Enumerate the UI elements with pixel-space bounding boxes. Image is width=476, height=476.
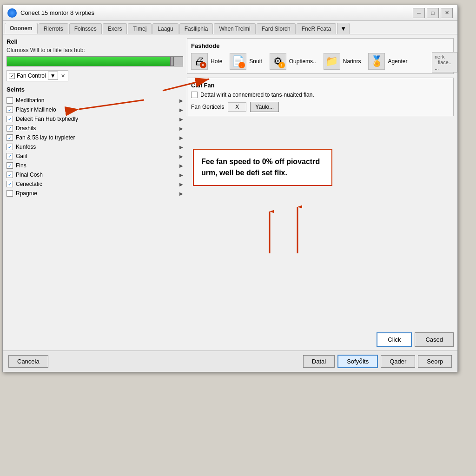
left-panel: Rell Clurnoss Will to or liife fars hub:… (7, 38, 183, 347)
window-title: Conect 15 montor 8 virpties (20, 9, 94, 16)
call-fan-checkbox-row: Dettal wirit a connembred to tans-nuaite… (191, 92, 450, 98)
call-fan-title: Call Fan (191, 82, 450, 89)
click-button[interactable]: Click (377, 332, 412, 347)
maximize-button[interactable]: □ (427, 8, 439, 18)
fashdode-section: Fashdode 🖨 ✕ Hote 📄 ↓ (187, 38, 454, 74)
fashdode-icons: 🖨 ✕ Hote 📄 ↓ Snuit (191, 53, 450, 70)
tab-faslliphia[interactable]: Faslliphia (179, 23, 213, 34)
checkbox-label: Playsir Maliinelo (16, 106, 56, 113)
fashdode-label: Hote (211, 58, 222, 65)
list-item: ✓ Playsir Maliinelo ▶ (7, 105, 183, 114)
rell-subtitle: Clurnoss Will to or liife fars hub: (7, 47, 183, 53)
checkbox-label: Kunfoss (16, 144, 36, 150)
arrow-right-icon: ▶ (179, 163, 183, 168)
printer-icon-box: 🖨 ✕ (191, 53, 208, 70)
fashdode-label: Agenter (388, 58, 407, 65)
fan-gerticels-label: Fan Gerticels (191, 104, 224, 110)
seints-title: Seints (7, 86, 183, 93)
list-item: ✓ Fins ▶ (7, 161, 183, 170)
tab-more-button[interactable]: ▼ (337, 23, 350, 34)
list-item: ✓ Delecit Fan Hub txphedly ▶ (7, 114, 183, 124)
agent-icon-box: 🏅 (368, 53, 385, 70)
checkbox-gaiil[interactable]: ✓ (7, 153, 13, 159)
checkbox-label: Fins (16, 162, 26, 169)
list-item: ✓ Pinal Cosh ▶ (7, 170, 183, 179)
checkbox-fins[interactable]: ✓ (7, 162, 13, 169)
call-fan-checkbox[interactable] (191, 92, 198, 98)
tooltip-box: Fee fan speed to 0% off piovactrd urm, w… (193, 149, 332, 186)
checkbox-delecit[interactable]: ✓ (7, 116, 13, 122)
tab-bar: Ooonem Rierrots Folnsses Exers Timej Laa… (3, 21, 457, 34)
tab-exers[interactable]: Exers (103, 23, 127, 34)
arrow-right-icon: ▶ (179, 154, 183, 159)
folder-icon: 📁 (325, 55, 338, 67)
tab-fner-feata[interactable]: FneR Feata (297, 23, 336, 34)
document-icon-box: 📄 ↓ (230, 53, 246, 70)
fashdode-item-agenter[interactable]: 🏅 Agenter (368, 53, 407, 70)
qader-button[interactable]: Qader (381, 355, 415, 368)
checkbox-playsir[interactable]: ✓ (7, 106, 13, 113)
sofyits-button[interactable]: Sofyϑits (337, 355, 378, 368)
list-item: Rpagrue ▶ (7, 189, 183, 198)
yaulo-button[interactable]: Yaulo... (250, 102, 279, 112)
fan-control-checkbox[interactable]: ✓ (9, 73, 15, 79)
fan-gerticels-input[interactable] (228, 102, 246, 112)
checkbox-rpagrue[interactable] (7, 190, 13, 197)
list-item: ✓ Gaiil ▶ (7, 152, 183, 161)
fan-control-label: Fan Control (17, 73, 46, 79)
fan-control-close[interactable]: ✕ (60, 73, 66, 79)
checkbox-label: Cenectafic (16, 181, 42, 187)
arrow-right-icon: ▶ (179, 145, 183, 150)
content-area: Rell Clurnoss Will to or liife fars hub:… (3, 34, 457, 350)
checkbox-drashils[interactable]: ✓ (7, 125, 13, 132)
settings-icon-box: ⚙ ! (270, 53, 286, 70)
main-dialog: Conect 15 montor 8 virpties ─ □ ✕ Ooonem… (2, 5, 458, 372)
checkbox-kunfoss[interactable]: ✓ (7, 144, 13, 150)
checkbox-label: Mediibation (16, 97, 44, 104)
arrow-right-icon: ▶ (179, 98, 183, 103)
fashdode-title: Fashdode (191, 42, 450, 49)
checkbox-label: Fan & 5$ lay to trypleter (16, 134, 75, 141)
ouptiems-badge: ! (278, 62, 285, 68)
tab-when-treimi[interactable]: When Treimi (214, 23, 255, 34)
arrow-right-icon: ▶ (179, 117, 183, 122)
arrow-right-icon: ▶ (179, 126, 183, 131)
checkbox-mediibation[interactable] (7, 97, 13, 104)
checkbox-cenectafic[interactable]: ✓ (7, 181, 13, 187)
fashdode-item-snuit[interactable]: 📄 ↓ Snuit (230, 53, 262, 70)
minimize-button[interactable]: ─ (413, 8, 425, 18)
arrow-right-icon: ▶ (179, 107, 183, 112)
tab-ooonem[interactable]: Ooonem (5, 23, 38, 34)
fashdode-item-narinrs[interactable]: 📁 Narinrs (324, 53, 361, 70)
list-item: ✓ Kunfoss ▶ (7, 142, 183, 152)
list-item: ✓ Fan & 5$ lay to trypleter ▶ (7, 133, 183, 142)
tab-laagu[interactable]: Laagu (152, 23, 178, 34)
cased-button[interactable]: Cased (415, 332, 454, 347)
tab-timej[interactable]: Timej (128, 23, 152, 34)
fan-control-dropdown[interactable]: ▼ (48, 72, 58, 80)
checkbox-pinal[interactable]: ✓ (7, 172, 13, 178)
seorp-button[interactable]: Seorp (418, 355, 452, 368)
fashdode-label: Snuit (249, 58, 262, 65)
fashdode-label: Narinrs (343, 58, 361, 65)
fashdode-item-ouptiems[interactable]: ⚙ ! Ouptiems.. (270, 53, 316, 70)
tab-rierrots[interactable]: Rierrots (39, 23, 68, 34)
cancel-button[interactable]: Cancela (8, 355, 48, 368)
datai-button[interactable]: Datai (303, 355, 335, 368)
fan-gerticels-row: Fan Gerticels Yaulo... (191, 102, 450, 112)
side-hint: nerk - flace.. ... (432, 52, 457, 73)
arrow-right-icon: ▶ (179, 182, 183, 187)
bottom-bar: Cancela Datai Sofyϑits Qader Seorp (3, 350, 457, 372)
tab-folnsses[interactable]: Folnsses (69, 23, 102, 34)
close-button[interactable]: ✕ (441, 8, 453, 18)
checkbox-list: Mediibation ▶ ✓ Playsir Maliinelo ▶ ✓ De… (7, 96, 183, 198)
folder-icon-box: 📁 (324, 53, 340, 70)
fashdode-item-hote[interactable]: 🖨 ✕ Hote (191, 53, 222, 70)
tab-fard-slorch[interactable]: Fard Slorch (257, 23, 296, 34)
progress-bar-container[interactable] (7, 56, 183, 66)
checkbox-fan55[interactable]: ✓ (7, 134, 13, 141)
agent-icon: 🏅 (370, 55, 383, 67)
call-fan-checkbox-label: Dettal wirit a connembred to tans-nuaite… (200, 92, 314, 98)
title-bar: Conect 15 montor 8 virpties ─ □ ✕ (3, 5, 457, 21)
progress-bar-fill (7, 57, 174, 66)
